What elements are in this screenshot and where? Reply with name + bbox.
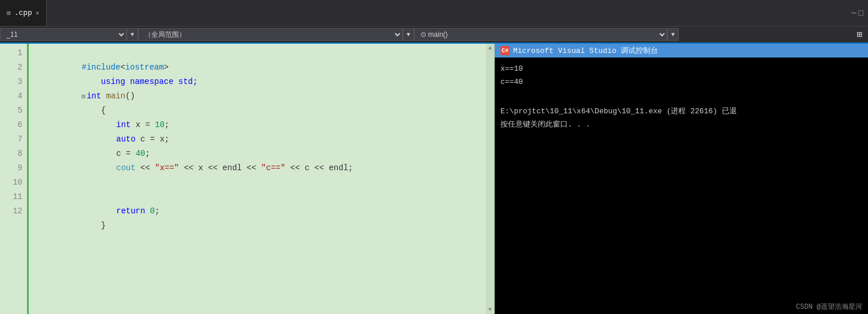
scroll-down-button[interactable]: ▼ bbox=[487, 305, 493, 314]
console-blank bbox=[500, 90, 862, 102]
vs-icon: C# bbox=[500, 46, 510, 55]
console-output-2: c==40 bbox=[500, 76, 862, 89]
line-num-2: 2 bbox=[2, 60, 22, 75]
main-area: 1 2 3 4 5 6 7 8 9 10 11 12 #include<iost… bbox=[0, 44, 868, 314]
line-num-8: 8 bbox=[2, 147, 22, 161]
toolbar: _11 ▼ （全局范围） ▼ ⊙ main() ▼ ⊞ bbox=[0, 26, 868, 44]
global-scope-select[interactable]: （全局范围） bbox=[138, 28, 403, 41]
line-num-7: 7 bbox=[2, 132, 22, 147]
scroll-up-button[interactable]: ▲ bbox=[487, 44, 493, 52]
console-press-key: 按任意键关闭此窗口. . . bbox=[500, 119, 862, 131]
line-num-6: 6 bbox=[2, 118, 22, 132]
line-numbers: 1 2 3 4 5 6 7 8 9 10 11 12 bbox=[0, 44, 29, 314]
code-line-1: #include<iostream> bbox=[33, 46, 481, 60]
line-num-1: 1 bbox=[2, 46, 22, 60]
console-path: E:\projtct\10_11\x64\Debug\10_11.exe (进程… bbox=[500, 106, 862, 118]
console-header: C# Microsoft Visual Studio 调试控制台 bbox=[495, 44, 868, 58]
console-footer: CSDN @遥望浩瀚星河 bbox=[495, 300, 868, 314]
file-scope-select[interactable]: _11 bbox=[0, 28, 127, 41]
console-title: Microsoft Visual Studio 调试控制台 bbox=[513, 45, 658, 56]
console-body: x==10 c==40 E:\projtct\10_11\x64\Debug\1… bbox=[495, 58, 868, 300]
close-icon[interactable]: ✕ bbox=[36, 9, 40, 17]
editor-scrollbar[interactable]: ▲ ▼ bbox=[486, 44, 494, 314]
tab-bar: ⊞ .cpp ✕ ─ □ bbox=[0, 0, 868, 26]
global-scope-dropdown[interactable]: ▼ bbox=[403, 28, 414, 41]
tab-filename: .cpp bbox=[14, 9, 32, 17]
function-scope-dropdown[interactable]: ▼ bbox=[667, 28, 679, 41]
line-num-4: 4 bbox=[2, 89, 22, 104]
add-tab-button[interactable]: ⊞ bbox=[851, 29, 868, 40]
console-output-1: x==10 bbox=[500, 63, 862, 75]
line-num-5: 5 bbox=[2, 104, 22, 118]
code-line-11: return 0; bbox=[33, 190, 481, 204]
line-num-12: 12 bbox=[2, 204, 22, 219]
console-panel: C# Microsoft Visual Studio 调试控制台 x==10 c… bbox=[495, 44, 868, 314]
line-num-9: 9 bbox=[2, 161, 22, 175]
pin-icon: ⊞ bbox=[7, 9, 11, 17]
minimize-icon[interactable]: ─ bbox=[851, 9, 856, 18]
line-num-11: 11 bbox=[2, 190, 22, 204]
file-scope-dropdown[interactable]: ▼ bbox=[127, 28, 138, 41]
function-scope-select[interactable]: ⊙ main() bbox=[414, 28, 667, 41]
file-tab[interactable]: ⊞ .cpp ✕ bbox=[0, 0, 47, 26]
maximize-icon[interactable]: □ bbox=[859, 9, 863, 18]
line-num-3: 3 bbox=[2, 75, 22, 89]
collapse-icon: ⊟ bbox=[82, 93, 86, 100]
code-editor[interactable]: 1 2 3 4 5 6 7 8 9 10 11 12 #include<iost… bbox=[0, 44, 495, 314]
line-num-10: 10 bbox=[2, 175, 22, 190]
code-line-10 bbox=[33, 175, 481, 190]
code-content[interactable]: #include<iostream> using namespace std; … bbox=[29, 44, 486, 314]
